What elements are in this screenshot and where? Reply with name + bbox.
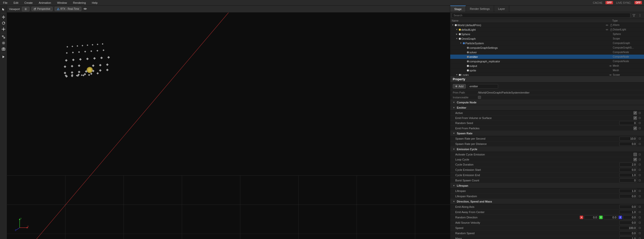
cycle-emission-end-right-icon[interactable] bbox=[638, 173, 641, 177]
tool-grid[interactable] bbox=[1, 40, 6, 46]
menu-animation[interactable]: Animation bbox=[38, 1, 52, 5]
more-options-button[interactable] bbox=[637, 13, 642, 18]
tree-toggle[interactable]: ▼ bbox=[455, 37, 458, 40]
tree-row[interactable]: computeGraphSettingsComputeGraphS... bbox=[450, 46, 644, 50]
emit-from-checkbox[interactable] bbox=[633, 116, 637, 120]
active-right-icon[interactable] bbox=[638, 111, 641, 115]
emit-along-axis-input[interactable] bbox=[619, 205, 637, 209]
prim-name-field[interactable] bbox=[468, 84, 498, 89]
menu-rendering[interactable]: Rendering bbox=[72, 1, 87, 5]
settings-button[interactable] bbox=[22, 7, 29, 11]
emit-away-right-icon[interactable] bbox=[638, 210, 641, 214]
perspective-button[interactable]: Perspective bbox=[31, 7, 53, 11]
add-source-velocity-right-icon[interactable] bbox=[638, 221, 641, 224]
filter-button[interactable] bbox=[631, 13, 636, 18]
eye-icon[interactable] bbox=[609, 73, 612, 76]
tree-row[interactable]: emitterComputeNode bbox=[450, 55, 644, 59]
cycle-emission-start-right-icon[interactable] bbox=[638, 168, 641, 172]
section-spawn-rate[interactable]: ▼ Spawn Rate bbox=[450, 131, 644, 136]
speed-input[interactable] bbox=[619, 226, 637, 230]
spawn-per-distance-right-icon[interactable] bbox=[638, 142, 641, 146]
tree-toggle[interactable] bbox=[463, 51, 466, 54]
active-checkbox[interactable] bbox=[633, 111, 637, 115]
menu-edit[interactable]: Edit bbox=[13, 1, 19, 5]
tree-toggle[interactable] bbox=[463, 64, 466, 67]
eye-icon[interactable] bbox=[609, 64, 612, 68]
random-direction-y-input[interactable] bbox=[604, 215, 618, 219]
tool-play[interactable] bbox=[1, 54, 6, 60]
emit-from-particles-checkbox[interactable] bbox=[633, 127, 637, 130]
lifespan-random-right-icon[interactable] bbox=[638, 194, 641, 198]
tree-row[interactable]: computegraph_replicatorComputeNode bbox=[450, 59, 644, 64]
menu-help[interactable]: Help bbox=[91, 1, 99, 5]
tool-select[interactable] bbox=[1, 7, 6, 12]
tree-toggle[interactable]: ▼ bbox=[459, 42, 462, 45]
tree-toggle[interactable]: ▶ bbox=[455, 33, 458, 36]
viewport-canvas[interactable]: Y X Z bbox=[7, 13, 450, 239]
tree-toggle[interactable] bbox=[463, 69, 466, 72]
emit-from-right-icon[interactable] bbox=[638, 116, 641, 120]
add-source-velocity-input[interactable] bbox=[619, 221, 637, 225]
spawn-per-second-input[interactable] bbox=[619, 137, 637, 141]
tree-toggle[interactable] bbox=[463, 55, 466, 58]
lifespan-right-icon[interactable] bbox=[638, 189, 641, 193]
tab-layer[interactable]: Layer bbox=[494, 6, 509, 12]
tool-camera[interactable] bbox=[1, 46, 6, 52]
burst-spawn-input[interactable] bbox=[619, 178, 637, 182]
lock-icon[interactable] bbox=[609, 23, 613, 27]
tree-row[interactable]: ▼ParticleSystemComputeGraph bbox=[450, 41, 644, 46]
section-direction-speed-mass[interactable]: ▼ Direction, Speed and Mass bbox=[450, 199, 644, 204]
instanceable-checkbox[interactable] bbox=[478, 96, 481, 99]
cycle-emission-start-input[interactable] bbox=[619, 168, 637, 172]
stage-tree[interactable]: ▼World (defaultPrim)Xform▼defaultLightDi… bbox=[450, 23, 644, 76]
random-direction-right-icon[interactable] bbox=[638, 216, 641, 219]
eye-icon[interactable] bbox=[605, 23, 608, 27]
tree-row[interactable]: ▼defaultLightDistantLight bbox=[450, 27, 644, 32]
loop-cycle-checkbox[interactable] bbox=[633, 158, 637, 161]
tab-stage[interactable]: Stage bbox=[450, 6, 466, 12]
tree-row[interactable]: ▶SphereSphere bbox=[450, 32, 644, 36]
cycle-duration-right-icon[interactable] bbox=[638, 163, 641, 166]
lock-icon[interactable] bbox=[609, 28, 613, 31]
emit-away-input[interactable] bbox=[619, 210, 637, 214]
emit-along-axis-right-icon[interactable] bbox=[638, 205, 641, 209]
section-lifespan[interactable]: ▼ Lifespan bbox=[450, 183, 644, 188]
tree-row[interactable]: ▼World (defaultPrim)Xform bbox=[450, 23, 644, 27]
activate-cycle-right-icon[interactable] bbox=[638, 153, 641, 156]
tree-row[interactable]: spriteMesh bbox=[450, 68, 644, 73]
menu-window[interactable]: Window bbox=[56, 1, 68, 5]
tree-row[interactable]: ▼LooksScope bbox=[450, 73, 644, 76]
mass-input[interactable] bbox=[619, 236, 637, 239]
eye-icon[interactable] bbox=[605, 28, 608, 31]
tree-toggle[interactable]: ▼ bbox=[451, 24, 454, 27]
random-direction-z-input[interactable] bbox=[623, 215, 637, 219]
random-speed-right-icon[interactable] bbox=[638, 231, 641, 235]
random-direction-x-input[interactable] bbox=[584, 215, 598, 219]
mass-right-icon[interactable] bbox=[638, 237, 641, 239]
tree-toggle[interactable] bbox=[463, 46, 466, 49]
menu-file[interactable]: File bbox=[2, 1, 9, 5]
properties-content[interactable]: Add Prim Path /World/OmniGraph/ParticleS… bbox=[450, 83, 644, 239]
random-seed-input[interactable] bbox=[619, 121, 637, 125]
add-button[interactable]: Add bbox=[453, 84, 466, 89]
loop-cycle-right-icon[interactable] bbox=[638, 158, 641, 161]
tool-scale[interactable] bbox=[1, 26, 6, 32]
menu-create[interactable]: Create bbox=[23, 1, 34, 5]
search-input[interactable] bbox=[452, 13, 630, 18]
section-compute-node[interactable]: ▼ Compute Node bbox=[450, 100, 644, 105]
rtx-button[interactable]: RTX - Real-Time bbox=[55, 7, 81, 11]
random-seed-right-icon[interactable] bbox=[638, 121, 641, 125]
spawn-per-second-right-icon[interactable] bbox=[638, 137, 641, 140]
random-speed-input[interactable] bbox=[619, 231, 637, 235]
speed-right-icon[interactable] bbox=[638, 226, 641, 230]
section-emission-cycle[interactable]: ▼ Emission Cycle bbox=[450, 147, 644, 152]
section-emitter[interactable]: ▼ Emitter bbox=[450, 105, 644, 110]
emit-from-particles-right-icon[interactable] bbox=[638, 127, 641, 130]
tool-snap[interactable] bbox=[1, 34, 6, 40]
tab-render-settings[interactable]: Render Settings bbox=[466, 6, 494, 12]
cycle-duration-input[interactable] bbox=[619, 163, 637, 167]
tree-toggle[interactable]: ▼ bbox=[455, 73, 458, 76]
tree-row[interactable]: ▼OmniGraphScope bbox=[450, 36, 644, 41]
tool-move[interactable] bbox=[1, 14, 6, 20]
tree-toggle[interactable] bbox=[463, 60, 466, 63]
